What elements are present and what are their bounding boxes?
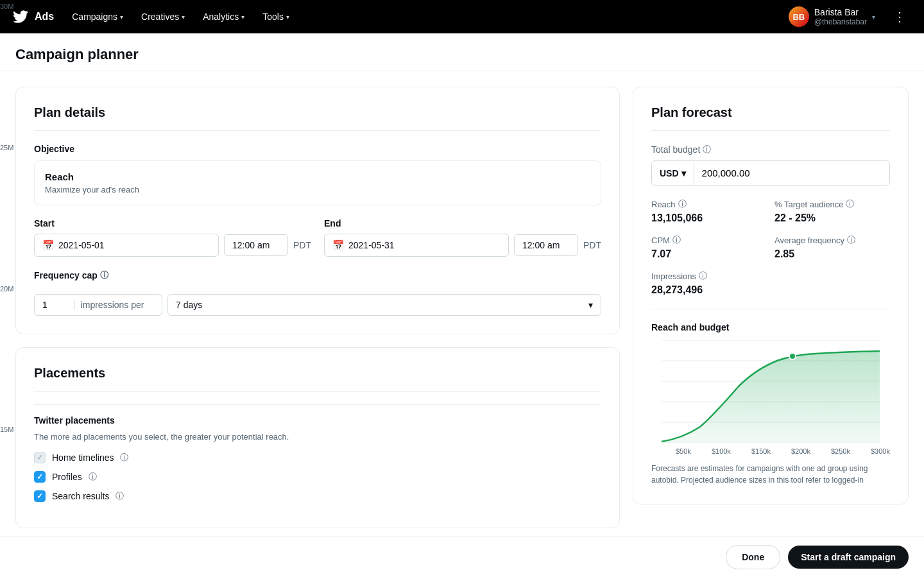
- start-inputs: 📅 2021-05-01 12:00 am PDT: [34, 234, 311, 257]
- reach-label: Reach ⓘ: [651, 198, 767, 210]
- twitter-placements-desc: The more ad placements you select, the g…: [34, 432, 601, 442]
- impressions-info-icon[interactable]: ⓘ: [699, 270, 707, 282]
- freq-input-wrapper: | impressions per: [34, 294, 162, 316]
- currency-chevron-icon: ▾: [681, 168, 686, 178]
- target-audience-label: % Target audience ⓘ: [774, 198, 890, 210]
- placement-search-results: Search results ⓘ: [34, 490, 601, 502]
- freq-cap-info-icon[interactable]: ⓘ: [100, 270, 108, 281]
- objective-desc: Maximize your ad's reach: [45, 185, 590, 194]
- metric-avg-frequency: Average frequency ⓘ 2.85: [774, 234, 890, 260]
- placement-profiles: Profiles ⓘ: [34, 471, 601, 483]
- budget-label-row: Total budget ⓘ: [651, 144, 890, 155]
- profiles-info-icon[interactable]: ⓘ: [89, 471, 97, 483]
- avg-frequency-label: Average frequency ⓘ: [774, 234, 890, 246]
- cpm-label: CPM ⓘ: [651, 234, 767, 246]
- done-button[interactable]: Done: [726, 545, 780, 556]
- end-label: End: [324, 218, 601, 228]
- forecast-note: Forecasts are estimates for campaigns wi…: [651, 463, 890, 486]
- search-results-info-icon[interactable]: ⓘ: [116, 490, 124, 502]
- reach-budget-chart: [651, 340, 890, 443]
- impressions-label: Impressions ⓘ: [651, 270, 767, 282]
- profiles-checkbox[interactable]: [34, 471, 46, 483]
- end-date-value: 2021-05-31: [348, 240, 395, 250]
- end-time-field[interactable]: 12:00 am: [514, 234, 578, 256]
- right-panel: Plan forecast Total budget ⓘ USD ▾ Reach…: [633, 87, 909, 504]
- topnav: Ads Campaigns ▾ Creatives ▾ Analytics ▾ …: [0, 0, 924, 33]
- target-audience-info-icon[interactable]: ⓘ: [846, 198, 854, 210]
- budget-input-row: USD ▾: [651, 160, 890, 185]
- page-header: Campaign planner: [0, 33, 924, 71]
- cpm-info-icon[interactable]: ⓘ: [672, 234, 681, 246]
- budget-amount-input[interactable]: [694, 161, 889, 185]
- reach-info-icon[interactable]: ⓘ: [678, 198, 687, 210]
- profiles-label: Profiles: [52, 472, 82, 482]
- metric-target-audience: % Target audience ⓘ 22 - 25%: [774, 198, 890, 224]
- budget-info-icon[interactable]: ⓘ: [703, 144, 711, 155]
- start-date-value: 2021-05-01: [58, 240, 105, 250]
- freq-cap-inputs: | impressions per 7 days ▾: [34, 294, 601, 316]
- account-selector[interactable]: BB Barista Bar @thebaristabar ▾: [783, 4, 880, 30]
- avatar: BB: [789, 6, 809, 27]
- main-layout: Plan details Objective Reach Maximize yo…: [0, 71, 924, 556]
- impressions-value: 28,273,496: [651, 284, 767, 296]
- objective-selector[interactable]: Reach Maximize your ad's reach: [34, 160, 601, 205]
- chart-title: Reach and budget: [651, 322, 890, 332]
- metric-cpm: CPM ⓘ 7.07: [651, 234, 767, 260]
- nav-tools[interactable]: Tools ▾: [255, 8, 297, 26]
- nav-campaigns[interactable]: Campaigns ▾: [64, 8, 131, 26]
- nav-creatives[interactable]: Creatives ▾: [133, 8, 193, 26]
- chart-section: Reach and budget 30M 25M 20M 15M 10M: [651, 322, 890, 486]
- freq-period-value: 7 days: [176, 300, 202, 310]
- forecast-card: Plan forecast Total budget ⓘ USD ▾ Reach…: [633, 87, 909, 504]
- start-time-value: 12:00 am: [232, 240, 270, 250]
- cpm-value: 7.07: [651, 248, 767, 260]
- account-info: Barista Bar @thebaristabar: [814, 7, 867, 26]
- more-options-button[interactable]: ⋮: [888, 6, 911, 27]
- freq-period-select[interactable]: 7 days ▾: [167, 294, 601, 316]
- campaigns-chevron-icon: ▾: [120, 13, 123, 21]
- nav-menu: Campaigns ▾ Creatives ▾ Analytics ▾ Tool…: [64, 8, 778, 26]
- start-date-field[interactable]: 📅 2021-05-01: [34, 234, 219, 257]
- objective-section: Objective Reach Maximize your ad's reach: [34, 144, 601, 205]
- target-audience-value: 22 - 25%: [774, 212, 890, 224]
- start-draft-campaign-button[interactable]: Start a draft campaign: [788, 546, 909, 556]
- metric-impressions: Impressions ⓘ 28,273,496: [651, 270, 767, 296]
- freq-period-chevron-icon: ▾: [588, 300, 593, 310]
- nav-analytics[interactable]: Analytics ▾: [195, 8, 252, 26]
- end-calendar-icon: 📅: [332, 239, 345, 251]
- end-date-field[interactable]: 📅 2021-05-31: [324, 234, 509, 257]
- search-results-checkbox[interactable]: [34, 490, 46, 502]
- end-date-group: End 📅 2021-05-31 12:00 am PDT: [324, 218, 601, 257]
- currency-selector[interactable]: USD ▾: [652, 162, 694, 185]
- home-timelines-info-icon[interactable]: ⓘ: [120, 452, 128, 463]
- metric-reach: Reach ⓘ 13,105,066: [651, 198, 767, 224]
- start-label: Start: [34, 218, 311, 228]
- start-time-field[interactable]: 12:00 am: [224, 234, 288, 256]
- end-inputs: 📅 2021-05-31 12:00 am PDT: [324, 234, 601, 257]
- account-handle: @thebaristabar: [814, 17, 867, 26]
- plan-details-card: Plan details Objective Reach Maximize yo…: [15, 87, 620, 334]
- metrics-grid: Reach ⓘ 13,105,066 % Target audience ⓘ 2…: [651, 198, 890, 309]
- freq-value-input[interactable]: [42, 300, 68, 310]
- home-timelines-label: Home timelines: [52, 452, 114, 463]
- currency-label: USD: [660, 168, 679, 178]
- freq-cap-label: Frequency cap: [34, 270, 98, 280]
- freq-cap-section: Frequency cap ⓘ | impressions per 7 days…: [34, 270, 601, 316]
- logo-area[interactable]: Ads: [13, 9, 54, 24]
- freq-unit-label: impressions per: [81, 300, 144, 310]
- footer-bar: Done Start a draft campaign: [0, 537, 924, 556]
- start-tz-label: PDT: [293, 240, 311, 250]
- objective-label: Objective: [34, 144, 601, 154]
- creatives-chevron-icon: ▾: [182, 13, 185, 21]
- twitter-placements-label: Twitter placements: [34, 415, 601, 426]
- plan-details-title: Plan details: [34, 105, 601, 131]
- avg-frequency-value: 2.85: [774, 248, 890, 260]
- freq-separator: |: [73, 300, 76, 310]
- placements-divider: [34, 404, 601, 405]
- twitter-logo-icon: [13, 9, 28, 24]
- chart-area: 30M 25M 20M 15M 10M: [651, 340, 890, 445]
- left-panel: Plan details Objective Reach Maximize yo…: [15, 87, 620, 541]
- topnav-right: BB Barista Bar @thebaristabar ▾ ⋮: [783, 4, 911, 30]
- home-timelines-checkbox[interactable]: [34, 452, 46, 463]
- avg-frequency-info-icon[interactable]: ⓘ: [847, 234, 855, 246]
